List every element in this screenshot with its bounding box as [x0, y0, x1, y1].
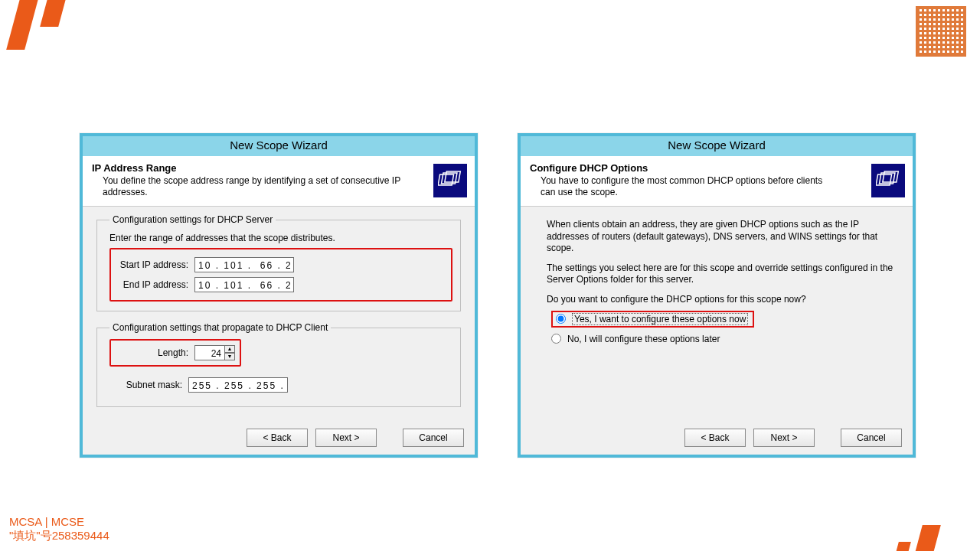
highlight-length: Length: ▲ ▼: [109, 339, 241, 367]
back-button[interactable]: < Back: [684, 429, 746, 447]
qr-code: [916, 6, 966, 57]
end-ip-label: End IP address:: [116, 279, 188, 290]
button-row-left: < Back Next > Cancel: [247, 429, 464, 447]
titlebar-left[interactable]: New Scope Wizard: [83, 136, 475, 156]
start-ip-label: Start IP address:: [116, 259, 188, 270]
start-ip-input[interactable]: [194, 257, 294, 272]
spin-down-icon[interactable]: ▼: [224, 353, 235, 360]
group-dhcp-server-legend: Configuration settings for DHCP Server: [109, 214, 276, 225]
options-question: Do you want to configure the DHCP option…: [547, 294, 894, 305]
radio-yes-label[interactable]: Yes, I want to configure these options n…: [572, 313, 748, 325]
group-dhcp-server: Configuration settings for DHCP Server E…: [96, 214, 461, 311]
back-button[interactable]: < Back: [247, 429, 308, 447]
wizard-configure-options: New Scope Wizard Configure DHCP Options …: [518, 133, 916, 458]
options-para-2: The settings you select here are for thi…: [547, 262, 894, 286]
length-spinner[interactable]: ▲ ▼: [224, 345, 235, 360]
options-para-1: When clients obtain an address, they are…: [547, 219, 894, 255]
page-subheading-left: You define the scope address range by id…: [103, 175, 401, 198]
group-dhcp-client: Configuration settings that propagate to…: [96, 322, 461, 407]
radio-no-label[interactable]: No, I will configure these options later: [567, 334, 720, 344]
page-subheading-right: You have to configure the most common DH…: [541, 175, 839, 198]
footer-line-1: MCSA | MCSE: [9, 515, 109, 530]
footer-text: MCSA | MCSE "填坑"号258359444: [9, 515, 109, 544]
length-input[interactable]: [194, 345, 225, 360]
page-heading-left: IP Address Range: [92, 162, 466, 174]
slide-stage: MCSA | MCSE "填坑"号258359444 New Scope Wiz…: [0, 0, 980, 551]
radio-yes[interactable]: [556, 314, 566, 324]
wizard-icon: [871, 164, 905, 197]
wizard-ip-range: New Scope Wizard IP Address Range You de…: [80, 133, 478, 458]
header-panel-left: IP Address Range You define the scope ad…: [83, 156, 475, 207]
subnet-mask-input[interactable]: [188, 377, 288, 393]
group-dhcp-client-legend: Configuration settings that propagate to…: [109, 322, 331, 333]
highlight-ip-range: Start IP address: End IP address:: [109, 248, 452, 302]
button-row-right: < Back Next > Cancel: [684, 429, 902, 447]
titlebar-right[interactable]: New Scope Wizard: [521, 136, 913, 156]
wizard-icon: [433, 164, 467, 197]
page-heading-right: Configure DHCP Options: [530, 162, 903, 174]
next-button[interactable]: Next >: [315, 429, 377, 447]
cancel-button[interactable]: Cancel: [403, 429, 464, 447]
end-ip-input[interactable]: [194, 277, 294, 292]
spin-up-icon[interactable]: ▲: [224, 345, 235, 353]
radio-no[interactable]: [551, 334, 561, 344]
header-panel-right: Configure DHCP Options You have to confi…: [521, 156, 913, 207]
subnet-mask-label: Subnet mask:: [109, 380, 182, 390]
footer-line-2: "填坑"号258359444: [9, 529, 109, 543]
cancel-button[interactable]: Cancel: [841, 429, 902, 447]
length-label: Length:: [116, 347, 188, 358]
highlight-yes-option: Yes, I want to configure these options n…: [551, 311, 754, 328]
range-instruction: Enter the range of addresses that the sc…: [109, 233, 452, 243]
next-button[interactable]: Next >: [753, 429, 815, 447]
